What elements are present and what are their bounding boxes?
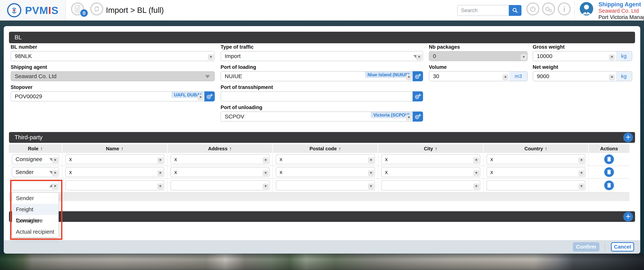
header-divider [574, 1, 575, 19]
country-input[interactable]: x* [486, 167, 585, 177]
sort-asc-icon: ↑ [121, 146, 124, 152]
refresh-button[interactable] [90, 2, 103, 15]
net-weight-input[interactable]: 9000 * kg [533, 71, 632, 81]
avatar[interactable] [580, 2, 593, 15]
add-third-party-button[interactable]: + [623, 133, 633, 142]
anchor-icon [10, 6, 18, 14]
required-badge: * [52, 170, 58, 176]
city-input[interactable]: * [381, 180, 480, 190]
role-select-open[interactable]: * [12, 180, 59, 190]
trash-icon [607, 169, 612, 175]
confirm-button[interactable]: Confirm [573, 242, 599, 252]
address-input[interactable]: x* [170, 154, 270, 164]
field-port-of-unloading: Port of unloading SCPOV Victoria (SCPOV)… [220, 104, 423, 122]
country-input[interactable]: * [486, 180, 585, 190]
required-badge: * [157, 170, 163, 176]
address-input[interactable]: x* [170, 167, 270, 177]
port-of-transshipment-lookup-button[interactable] [412, 91, 423, 101]
user-info: Shipping Agent Seaward Co. Ltd Port Vict… [598, 1, 644, 20]
name-input[interactable]: x* [65, 154, 164, 164]
refresh-icon [93, 5, 101, 13]
sort-asc-icon: ↑ [338, 146, 341, 152]
user-role: Shipping Agent [598, 1, 644, 8]
page-title: Import > BL (full) [106, 0, 164, 20]
port-of-unloading-label: Port of unloading [220, 104, 423, 110]
volume-label: Volume [429, 64, 528, 70]
bl-number-label: BL number [11, 44, 215, 50]
required-badge: * [262, 170, 268, 176]
port-of-unloading-input[interactable]: SCPOV Victoria (SCPOV) * [220, 112, 423, 122]
delete-row-button[interactable] [604, 167, 614, 177]
person-icon [580, 2, 593, 15]
field-net-weight: Net weight 9000 * kg [533, 64, 632, 81]
required-badge: * [368, 157, 374, 163]
logout-button[interactable] [526, 2, 540, 15]
stopover-lookup-button[interactable] [204, 91, 215, 101]
port-of-unloading-lookup-button[interactable] [412, 112, 423, 122]
field-gross-weight: Gross weight 10000 * kg [533, 44, 632, 61]
column-header-address[interactable]: Address↑ [168, 144, 273, 153]
country-input[interactable]: x* [486, 154, 585, 164]
name-input[interactable]: * [65, 180, 164, 190]
pvmis-logo[interactable] [7, 3, 21, 17]
net-weight-label: Net weight [533, 64, 632, 70]
field-volume: Volume 30 * m3 [429, 64, 528, 81]
info-button[interactable]: i [558, 2, 571, 15]
gross-weight-input[interactable]: 10000 * kg [533, 51, 632, 61]
dropdown-option-actual-recipient[interactable]: Actual recipient [12, 226, 58, 237]
sort-asc-icon: ↑ [545, 146, 547, 152]
field-column-4: Gross weight 10000 * kg Net weight 9000 … [533, 44, 632, 84]
postal-code-input[interactable]: * [276, 180, 375, 190]
city-input[interactable]: x* [381, 167, 480, 177]
required-badge: * [198, 95, 204, 101]
port-of-transshipment-input[interactable] [220, 91, 423, 101]
address-input[interactable]: * [170, 180, 270, 190]
column-header-role[interactable]: Role↑ [9, 144, 62, 153]
trash-icon [607, 183, 612, 188]
section-title-bl: BL [14, 34, 22, 41]
power-icon [529, 5, 537, 13]
postal-code-input[interactable]: x* [276, 154, 375, 164]
cancel-button[interactable]: Cancel [611, 242, 634, 252]
dropdown-option-sender[interactable]: Sender [12, 193, 58, 204]
required-badge: * [157, 183, 163, 189]
required-badge: * [609, 74, 615, 80]
settings-button[interactable]: ⚙ ⚙ [542, 2, 555, 15]
column-header-city[interactable]: City↑ [378, 144, 484, 153]
add-goods-button[interactable]: + [623, 212, 633, 222]
sort-asc-icon: ↑ [40, 146, 43, 152]
dropdown-option-consignee[interactable]: Consignee [12, 215, 58, 226]
info-icon: i [563, 5, 565, 13]
required-badge: * [208, 54, 214, 60]
port-of-transshipment-label: Port of transshipment [220, 84, 423, 90]
search-input[interactable] [457, 5, 509, 16]
table-row: Consignee* x* x* x* x* x* [9, 153, 630, 166]
stopover-input[interactable]: POV00029 UAFL DUBAI * [11, 91, 215, 101]
field-type-of-traffic: Type of traffic Import * [220, 44, 423, 61]
column-header-postal-code[interactable]: Postal code↑ [273, 144, 378, 153]
dropdown-option-freight-forwarder[interactable]: Freight forwarder [12, 204, 58, 215]
bl-number-input[interactable]: 98NLK * [11, 51, 215, 61]
port-of-loading-label: Port of loading [220, 64, 423, 70]
type-of-traffic-select[interactable]: Import * [220, 51, 423, 61]
search-button[interactable] [509, 5, 522, 16]
delete-row-button[interactable] [604, 180, 614, 190]
delete-row-button[interactable] [604, 154, 614, 164]
role-select[interactable]: Sender* [12, 167, 59, 177]
name-input[interactable]: x* [65, 167, 164, 177]
required-badge: * [406, 74, 412, 80]
postal-code-input[interactable]: x* [276, 167, 375, 177]
role-select[interactable]: Consignee* [12, 154, 59, 164]
port-of-loading-lookup-button[interactable] [412, 71, 423, 81]
column-header-name[interactable]: Name↑ [62, 144, 168, 153]
notification-badge: 0 [80, 9, 88, 17]
port-of-loading-input[interactable]: NUIUE Niue Island (NUIUE) * [220, 71, 423, 81]
logo-wordmark: PVMIS [25, 4, 58, 16]
volume-input[interactable]: 30 * m3 [429, 71, 528, 81]
nb-packages-label: Nb packages [429, 44, 528, 50]
required-badge: * [52, 157, 58, 163]
column-header-country[interactable]: Country↑ [484, 144, 589, 153]
shipping-agent-select: Seaward Co. Ltd [11, 71, 215, 81]
city-input[interactable]: x* [381, 154, 480, 164]
nb-packages-input: 0 * [429, 51, 528, 61]
